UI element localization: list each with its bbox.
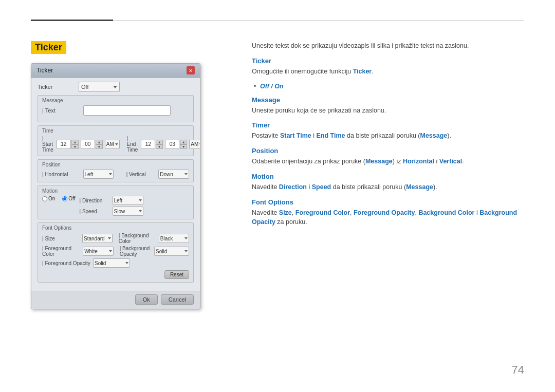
motion-on-label[interactable]: On xyxy=(42,196,55,201)
ticker-bullet: Off / On xyxy=(252,83,524,90)
time-group: Time | Start Time 12 ▲ ▼ 00 xyxy=(38,125,194,156)
end-hour-spinner: 12 ▲ ▼ xyxy=(141,140,163,149)
timer-desc: Postavite Start Time i End Time da biste… xyxy=(252,131,524,141)
text-label: | Text xyxy=(42,107,83,114)
fg-opacity-bold: Foreground Opacity xyxy=(354,209,415,216)
direction-label: | Direction xyxy=(80,198,110,203)
start-hour-value: 12 xyxy=(57,140,71,149)
message-group: Message | Text xyxy=(38,95,194,122)
font-options-title: Font Options xyxy=(42,225,189,231)
vertical-bold: Vertical xyxy=(439,158,462,165)
end-hour-buttons[interactable]: ▲ ▼ xyxy=(156,140,163,149)
bg-color-select[interactable]: BlackWhiteRed xyxy=(159,234,189,243)
font-options-group: Font Options | Size StandardLargeSmall |… xyxy=(38,222,194,283)
speed-select[interactable]: SlowMediumFast xyxy=(113,207,143,216)
motion-desc: Navedite Direction i Speed da biste prik… xyxy=(252,182,524,192)
dialog-footer: Ok Cancel xyxy=(31,291,200,309)
left-column: Ticker Ticker ✕ Ticker Off On Message xyxy=(31,41,231,309)
fg-color-label: | Foreground Color xyxy=(42,246,81,257)
size-label: | Size xyxy=(42,236,80,241)
fgopacity-row: | Foreground Opacity SolidTransparent xyxy=(42,258,189,268)
ticker-bold: Ticker xyxy=(353,68,372,75)
end-ampm-select[interactable]: AMPM xyxy=(189,140,200,149)
end-min-buttons[interactable]: ▲ ▼ xyxy=(180,140,187,149)
text-row: | Text xyxy=(42,105,189,116)
dialog-body: Ticker Off On Message | Text Ti xyxy=(31,78,200,291)
dialog-titlebar: Ticker ✕ xyxy=(31,64,200,78)
size-bold: Size xyxy=(279,209,292,216)
fg-color-select[interactable]: WhiteBlackRed xyxy=(83,247,114,256)
motion-group-title: Motion xyxy=(42,188,189,194)
speed-bold: Speed xyxy=(312,183,331,191)
fgcolor-bgopacity-row: | Foreground Color WhiteBlackRed | Backg… xyxy=(42,246,189,257)
start-hour-spinner: 12 ▲ ▼ xyxy=(57,140,79,149)
speed-row: | Speed SlowMediumFast xyxy=(80,207,143,216)
reset-button[interactable]: Reset xyxy=(164,270,189,279)
section-title: Ticker xyxy=(31,41,66,54)
font-options-desc: Navedite Size, Foreground Color, Foregro… xyxy=(252,208,524,228)
motion-section: Motion Navedite Direction i Speed da bis… xyxy=(252,173,524,192)
bg-opacity-select[interactable]: SolidTransparent xyxy=(154,247,189,256)
horizontal-select[interactable]: LeftCenterRight xyxy=(83,170,114,179)
position-group: Position | Horizontal LeftCenterRight | … xyxy=(38,159,194,182)
ticker-dialog: Ticker ✕ Ticker Off On Message | Text xyxy=(31,63,200,309)
end-hour-up[interactable]: ▲ xyxy=(156,140,163,144)
end-min-value: 03 xyxy=(165,140,179,149)
time-group-title: Time xyxy=(42,128,189,134)
fg-opacity-select[interactable]: SolidTransparent xyxy=(93,258,130,268)
end-min-up[interactable]: ▲ xyxy=(180,140,187,144)
start-hour-down[interactable]: ▼ xyxy=(71,144,79,149)
timer-heading: Timer xyxy=(252,121,524,129)
size-select[interactable]: StandardLargeSmall xyxy=(82,234,113,243)
font-options-section: Font Options Navedite Size, Foreground C… xyxy=(252,198,524,228)
start-hour-up[interactable]: ▲ xyxy=(71,140,79,144)
fg-opacity-label: | Foreground Opacity xyxy=(42,260,91,266)
motion-off-radio[interactable] xyxy=(62,196,67,201)
time-row: | Start Time 12 ▲ ▼ 00 ▲ xyxy=(42,136,189,153)
off-on-text: Off / On xyxy=(260,83,284,90)
direction-bold: Direction xyxy=(279,183,307,191)
ticker-desc: Omogućite ili onemogućite funkciju Ticke… xyxy=(252,67,524,77)
start-min-value: 00 xyxy=(81,140,95,149)
motion-message-bold: Message xyxy=(406,183,433,191)
fg-color-bold: Foreground Color xyxy=(295,209,350,216)
start-hour-buttons[interactable]: ▲ ▼ xyxy=(71,140,79,149)
position-group-title: Position xyxy=(42,162,189,167)
end-time-label: | End Time xyxy=(126,136,138,153)
end-min-spinner: 03 ▲ ▼ xyxy=(165,140,187,149)
ticker-heading: Ticker xyxy=(252,57,524,65)
bg-color-label: | Background Color xyxy=(119,233,157,244)
start-min-up[interactable]: ▲ xyxy=(96,140,103,144)
timer-message-bold: Message xyxy=(420,132,447,139)
end-hour-down[interactable]: ▼ xyxy=(156,144,163,149)
message-section: Message Unesite poruku koja će se prikaz… xyxy=(252,96,524,116)
motion-on-radio[interactable] xyxy=(42,196,47,201)
dialog-close-button[interactable]: ✕ xyxy=(187,66,195,74)
font-options-heading: Font Options xyxy=(252,198,524,206)
motion-heading: Motion xyxy=(252,173,524,180)
start-min-spinner: 00 ▲ ▼ xyxy=(81,140,103,149)
speed-label: | Speed xyxy=(80,209,110,214)
motion-off-label[interactable]: Off xyxy=(62,196,75,201)
position-section: Position Odaberite orijentaciju za prika… xyxy=(252,147,524,166)
ok-button[interactable]: Ok xyxy=(135,294,158,305)
bg-color-bold: Background Color xyxy=(418,209,474,216)
direction-select[interactable]: LeftRight xyxy=(113,196,143,205)
horizontal-label: | Horizontal xyxy=(42,172,79,177)
reset-row: Reset xyxy=(42,270,189,279)
ticker-label: Ticker xyxy=(38,84,79,90)
start-min-down[interactable]: ▼ xyxy=(96,144,103,149)
text-input[interactable] xyxy=(83,105,171,116)
ticker-select[interactable]: Off On xyxy=(79,82,120,92)
page-number: 74 xyxy=(512,363,524,377)
vertical-select[interactable]: DownUp xyxy=(158,170,189,179)
timer-section: Timer Postavite Start Time i End Time da… xyxy=(252,121,524,141)
start-min-buttons[interactable]: ▲ ▼ xyxy=(96,140,103,149)
cancel-button[interactable]: Cancel xyxy=(161,294,194,305)
start-ampm-select[interactable]: AMPM xyxy=(105,140,120,149)
intro-text: Unesite tekst dok se prikazuju videozapi… xyxy=(252,41,524,51)
start-time-bold: Start Time xyxy=(280,132,311,139)
end-min-down[interactable]: ▼ xyxy=(180,144,187,149)
position-row: | Horizontal LeftCenterRight | Vertical … xyxy=(42,170,189,179)
right-column: Unesite tekst dok se prikazuju videozapi… xyxy=(252,41,524,233)
